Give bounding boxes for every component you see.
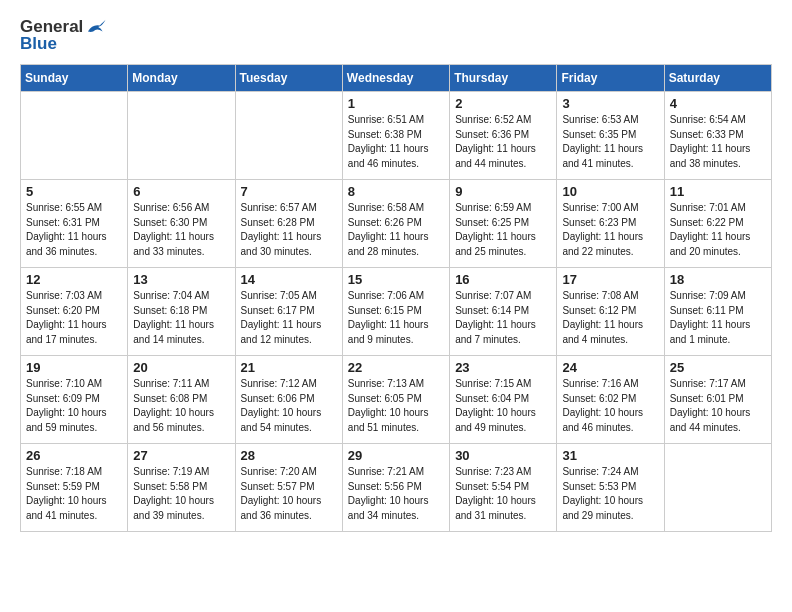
day-info: Sunrise: 7:18 AM Sunset: 5:59 PM Dayligh… [26, 465, 122, 523]
day-info: Sunrise: 6:51 AM Sunset: 6:38 PM Dayligh… [348, 113, 444, 171]
day-info: Sunrise: 7:09 AM Sunset: 6:11 PM Dayligh… [670, 289, 766, 347]
calendar-cell: 25Sunrise: 7:17 AM Sunset: 6:01 PM Dayli… [664, 356, 771, 444]
day-info: Sunrise: 7:00 AM Sunset: 6:23 PM Dayligh… [562, 201, 658, 259]
day-number: 12 [26, 272, 122, 287]
calendar-cell: 7Sunrise: 6:57 AM Sunset: 6:28 PM Daylig… [235, 180, 342, 268]
day-number: 25 [670, 360, 766, 375]
calendar-cell: 21Sunrise: 7:12 AM Sunset: 6:06 PM Dayli… [235, 356, 342, 444]
day-number: 14 [241, 272, 337, 287]
day-info: Sunrise: 6:57 AM Sunset: 6:28 PM Dayligh… [241, 201, 337, 259]
calendar-cell [235, 92, 342, 180]
day-info: Sunrise: 7:11 AM Sunset: 6:08 PM Dayligh… [133, 377, 229, 435]
weekday-header-tuesday: Tuesday [235, 65, 342, 92]
day-info: Sunrise: 6:59 AM Sunset: 6:25 PM Dayligh… [455, 201, 551, 259]
calendar-cell: 5Sunrise: 6:55 AM Sunset: 6:31 PM Daylig… [21, 180, 128, 268]
calendar-cell: 22Sunrise: 7:13 AM Sunset: 6:05 PM Dayli… [342, 356, 449, 444]
day-info: Sunrise: 6:55 AM Sunset: 6:31 PM Dayligh… [26, 201, 122, 259]
calendar-cell: 26Sunrise: 7:18 AM Sunset: 5:59 PM Dayli… [21, 444, 128, 532]
day-info: Sunrise: 7:05 AM Sunset: 6:17 PM Dayligh… [241, 289, 337, 347]
week-row-1: 1Sunrise: 6:51 AM Sunset: 6:38 PM Daylig… [21, 92, 772, 180]
weekday-header-row: SundayMondayTuesdayWednesdayThursdayFrid… [21, 65, 772, 92]
calendar-cell: 16Sunrise: 7:07 AM Sunset: 6:14 PM Dayli… [450, 268, 557, 356]
day-number: 21 [241, 360, 337, 375]
day-number: 18 [670, 272, 766, 287]
day-info: Sunrise: 7:08 AM Sunset: 6:12 PM Dayligh… [562, 289, 658, 347]
calendar-cell: 11Sunrise: 7:01 AM Sunset: 6:22 PM Dayli… [664, 180, 771, 268]
page-container: General Blue SundayMondayTuesdayWednesda… [0, 0, 792, 542]
day-number: 4 [670, 96, 766, 111]
calendar-cell: 13Sunrise: 7:04 AM Sunset: 6:18 PM Dayli… [128, 268, 235, 356]
day-info: Sunrise: 7:07 AM Sunset: 6:14 PM Dayligh… [455, 289, 551, 347]
weekday-header-wednesday: Wednesday [342, 65, 449, 92]
day-number: 28 [241, 448, 337, 463]
calendar-cell: 18Sunrise: 7:09 AM Sunset: 6:11 PM Dayli… [664, 268, 771, 356]
calendar-cell: 31Sunrise: 7:24 AM Sunset: 5:53 PM Dayli… [557, 444, 664, 532]
day-info: Sunrise: 6:56 AM Sunset: 6:30 PM Dayligh… [133, 201, 229, 259]
day-info: Sunrise: 7:17 AM Sunset: 6:01 PM Dayligh… [670, 377, 766, 435]
calendar-cell [664, 444, 771, 532]
week-row-2: 5Sunrise: 6:55 AM Sunset: 6:31 PM Daylig… [21, 180, 772, 268]
day-number: 17 [562, 272, 658, 287]
day-number: 23 [455, 360, 551, 375]
day-info: Sunrise: 7:03 AM Sunset: 6:20 PM Dayligh… [26, 289, 122, 347]
day-number: 3 [562, 96, 658, 111]
day-info: Sunrise: 7:23 AM Sunset: 5:54 PM Dayligh… [455, 465, 551, 523]
day-info: Sunrise: 7:20 AM Sunset: 5:57 PM Dayligh… [241, 465, 337, 523]
calendar-cell: 23Sunrise: 7:15 AM Sunset: 6:04 PM Dayli… [450, 356, 557, 444]
day-number: 8 [348, 184, 444, 199]
calendar-cell: 10Sunrise: 7:00 AM Sunset: 6:23 PM Dayli… [557, 180, 664, 268]
day-number: 22 [348, 360, 444, 375]
calendar-cell: 30Sunrise: 7:23 AM Sunset: 5:54 PM Dayli… [450, 444, 557, 532]
day-info: Sunrise: 7:13 AM Sunset: 6:05 PM Dayligh… [348, 377, 444, 435]
day-info: Sunrise: 6:58 AM Sunset: 6:26 PM Dayligh… [348, 201, 444, 259]
day-info: Sunrise: 7:01 AM Sunset: 6:22 PM Dayligh… [670, 201, 766, 259]
day-number: 30 [455, 448, 551, 463]
calendar-cell: 20Sunrise: 7:11 AM Sunset: 6:08 PM Dayli… [128, 356, 235, 444]
day-number: 5 [26, 184, 122, 199]
calendar-cell: 24Sunrise: 7:16 AM Sunset: 6:02 PM Dayli… [557, 356, 664, 444]
calendar-cell: 19Sunrise: 7:10 AM Sunset: 6:09 PM Dayli… [21, 356, 128, 444]
day-number: 7 [241, 184, 337, 199]
day-number: 11 [670, 184, 766, 199]
day-number: 26 [26, 448, 122, 463]
day-info: Sunrise: 7:15 AM Sunset: 6:04 PM Dayligh… [455, 377, 551, 435]
day-info: Sunrise: 7:16 AM Sunset: 6:02 PM Dayligh… [562, 377, 658, 435]
day-number: 29 [348, 448, 444, 463]
day-info: Sunrise: 6:54 AM Sunset: 6:33 PM Dayligh… [670, 113, 766, 171]
day-info: Sunrise: 7:06 AM Sunset: 6:15 PM Dayligh… [348, 289, 444, 347]
day-number: 15 [348, 272, 444, 287]
day-number: 19 [26, 360, 122, 375]
day-info: Sunrise: 7:04 AM Sunset: 6:18 PM Dayligh… [133, 289, 229, 347]
day-number: 10 [562, 184, 658, 199]
calendar-cell: 28Sunrise: 7:20 AM Sunset: 5:57 PM Dayli… [235, 444, 342, 532]
calendar-cell: 2Sunrise: 6:52 AM Sunset: 6:36 PM Daylig… [450, 92, 557, 180]
calendar-cell: 3Sunrise: 6:53 AM Sunset: 6:35 PM Daylig… [557, 92, 664, 180]
day-number: 13 [133, 272, 229, 287]
day-info: Sunrise: 7:10 AM Sunset: 6:09 PM Dayligh… [26, 377, 122, 435]
day-number: 24 [562, 360, 658, 375]
weekday-header-saturday: Saturday [664, 65, 771, 92]
day-number: 16 [455, 272, 551, 287]
header: General Blue [20, 16, 772, 54]
weekday-header-thursday: Thursday [450, 65, 557, 92]
weekday-header-monday: Monday [128, 65, 235, 92]
week-row-3: 12Sunrise: 7:03 AM Sunset: 6:20 PM Dayli… [21, 268, 772, 356]
calendar-cell: 29Sunrise: 7:21 AM Sunset: 5:56 PM Dayli… [342, 444, 449, 532]
day-number: 1 [348, 96, 444, 111]
calendar-cell: 9Sunrise: 6:59 AM Sunset: 6:25 PM Daylig… [450, 180, 557, 268]
day-info: Sunrise: 7:19 AM Sunset: 5:58 PM Dayligh… [133, 465, 229, 523]
calendar-cell: 1Sunrise: 6:51 AM Sunset: 6:38 PM Daylig… [342, 92, 449, 180]
calendar-cell: 14Sunrise: 7:05 AM Sunset: 6:17 PM Dayli… [235, 268, 342, 356]
calendar-cell: 27Sunrise: 7:19 AM Sunset: 5:58 PM Dayli… [128, 444, 235, 532]
day-info: Sunrise: 6:52 AM Sunset: 6:36 PM Dayligh… [455, 113, 551, 171]
calendar-cell: 4Sunrise: 6:54 AM Sunset: 6:33 PM Daylig… [664, 92, 771, 180]
day-number: 31 [562, 448, 658, 463]
calendar-cell [21, 92, 128, 180]
week-row-5: 26Sunrise: 7:18 AM Sunset: 5:59 PM Dayli… [21, 444, 772, 532]
day-info: Sunrise: 6:53 AM Sunset: 6:35 PM Dayligh… [562, 113, 658, 171]
calendar-table: SundayMondayTuesdayWednesdayThursdayFrid… [20, 64, 772, 532]
logo-bird-icon [85, 16, 107, 38]
logo: General Blue [20, 16, 107, 54]
weekday-header-friday: Friday [557, 65, 664, 92]
week-row-4: 19Sunrise: 7:10 AM Sunset: 6:09 PM Dayli… [21, 356, 772, 444]
